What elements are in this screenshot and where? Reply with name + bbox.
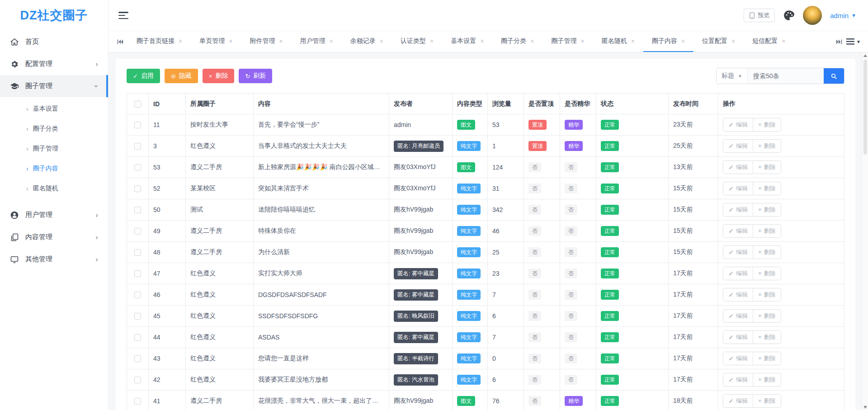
row-checkbox[interactable]	[134, 313, 141, 320]
tab-2[interactable]: 单页管理 ×	[191, 31, 241, 52]
scrollbar-thumb[interactable]	[863, 60, 867, 155]
delete-button[interactable]: ×删除	[753, 140, 781, 152]
row-checkbox[interactable]	[134, 398, 141, 405]
tab-4[interactable]: 用户管理 ×	[292, 31, 342, 52]
delete-button[interactable]: ×删除	[753, 182, 781, 195]
user-menu[interactable]: admin ▼	[830, 12, 856, 19]
enable-button[interactable]: ✓ 启用	[127, 69, 160, 83]
delete-button[interactable]: ×删除	[753, 225, 781, 237]
row-checkbox[interactable]	[134, 122, 141, 128]
row-checkbox[interactable]	[134, 164, 141, 171]
tab-9[interactable]: 圈子管理 ×	[543, 31, 593, 52]
close-icon[interactable]: ×	[179, 38, 182, 44]
delete-button[interactable]: ×删除	[753, 203, 781, 216]
close-icon[interactable]: ×	[681, 38, 685, 44]
tab-6[interactable]: 认证类型 ×	[392, 31, 442, 52]
edit-button[interactable]: 编辑	[723, 140, 753, 152]
edit-button[interactable]: 编辑	[723, 373, 753, 386]
delete-button[interactable]: ×删除	[753, 118, 781, 131]
sidebar-subitem[interactable]: › 匿名随机	[0, 179, 108, 198]
tab-13[interactable]: 短信配置 ×	[744, 31, 794, 52]
delete-button[interactable]: × 删除	[203, 69, 235, 83]
sidebar-subitem[interactable]: › 圈子分类	[0, 119, 108, 139]
sidebar-subitem[interactable]: › 圈子内容	[0, 159, 108, 179]
close-icon[interactable]: ×	[330, 38, 333, 44]
row-checkbox[interactable]	[134, 228, 141, 235]
row-checkbox[interactable]	[134, 292, 141, 298]
search-field-select[interactable]: 标题 ▼	[717, 68, 748, 84]
edit-button[interactable]: 编辑	[723, 288, 753, 301]
edit-button[interactable]: 编辑	[723, 246, 753, 259]
sidebar-item[interactable]: 首页	[0, 31, 108, 53]
delete-button[interactable]: ×删除	[753, 288, 781, 301]
refresh-button[interactable]: ↻ 刷新	[239, 69, 272, 83]
sidebar-item[interactable]: 用户管理 ›	[0, 204, 108, 226]
collapse-menu-icon[interactable]	[118, 12, 128, 19]
row-checkbox[interactable]	[134, 249, 141, 256]
row-checkbox[interactable]	[134, 270, 141, 277]
sidebar-subitem[interactable]: › 基本设置	[0, 99, 108, 119]
preview-button[interactable]: 预览	[744, 9, 775, 22]
row-checkbox[interactable]	[134, 355, 141, 362]
tab-list-menu-icon[interactable]: ▼	[846, 31, 861, 52]
scroll-tabs-left-icon[interactable]	[117, 31, 123, 52]
scroll-down-icon[interactable]	[863, 406, 867, 409]
close-icon[interactable]: ×	[380, 38, 383, 44]
delete-button[interactable]: ×删除	[753, 352, 781, 365]
search-input[interactable]	[748, 68, 824, 84]
row-checkbox[interactable]	[134, 143, 141, 150]
tab-7[interactable]: 基本设置 ×	[442, 31, 492, 52]
sidebar-item[interactable]: 配置管理 ›	[0, 53, 108, 75]
delete-button[interactable]: ×删除	[753, 246, 781, 259]
close-icon[interactable]: ×	[229, 38, 232, 44]
tab-1[interactable]: 圈子首页链接 ×	[128, 31, 191, 52]
row-checkbox[interactable]	[134, 207, 141, 213]
close-icon[interactable]: ×	[279, 38, 283, 44]
row-checkbox[interactable]	[134, 185, 141, 192]
delete-button[interactable]: ×删除	[753, 310, 781, 322]
edit-button[interactable]: 编辑	[723, 310, 753, 322]
avatar[interactable]	[803, 6, 822, 25]
scroll-tabs-right-icon[interactable]	[836, 31, 843, 52]
close-icon[interactable]: ×	[731, 38, 735, 44]
tab-3[interactable]: 附件管理 ×	[241, 31, 291, 52]
search-button[interactable]	[824, 68, 844, 84]
delete-button[interactable]: ×删除	[753, 331, 781, 344]
select-all-checkbox[interactable]	[134, 101, 141, 108]
delete-button[interactable]: ×删除	[753, 267, 781, 280]
delete-button[interactable]: ×删除	[753, 161, 781, 174]
delete-button[interactable]: ×删除	[753, 395, 781, 407]
edit-button[interactable]: 编辑	[723, 395, 753, 407]
close-icon[interactable]: ×	[480, 38, 484, 44]
close-icon[interactable]: ×	[530, 38, 534, 44]
hide-button[interactable]: ⊘ 隐藏	[165, 69, 198, 83]
sidebar-item[interactable]: 圈子管理 ›	[0, 75, 108, 97]
tab-8[interactable]: 圈子分类 ×	[492, 31, 542, 52]
row-checkbox[interactable]	[134, 334, 141, 341]
close-icon[interactable]: ×	[581, 38, 585, 44]
tab-10[interactable]: 匿名随机 ×	[593, 31, 643, 52]
close-icon[interactable]: ×	[430, 38, 434, 44]
sidebar-item[interactable]: 其他管理 ›	[0, 248, 108, 270]
edit-button[interactable]: 编辑	[723, 203, 753, 216]
edit-button[interactable]: 编辑	[723, 118, 753, 131]
edit-button[interactable]: 编辑	[723, 352, 753, 365]
delete-button[interactable]: ×删除	[753, 373, 781, 386]
theme-palette-icon[interactable]	[783, 9, 795, 21]
edit-button[interactable]: 编辑	[723, 161, 753, 174]
vertical-scrollbar[interactable]	[862, 53, 868, 410]
status-badge: 纯文字	[457, 353, 481, 363]
edit-button[interactable]: 编辑	[723, 331, 753, 344]
edit-button[interactable]: 编辑	[723, 182, 753, 195]
tab-12[interactable]: 位置配置 ×	[693, 31, 744, 52]
tab-11[interactable]: 圈子内容 ×	[643, 31, 693, 52]
scroll-up-icon[interactable]	[863, 54, 867, 57]
edit-button[interactable]: 编辑	[723, 267, 753, 280]
sidebar-item[interactable]: 内容管理 ›	[0, 226, 108, 248]
edit-button[interactable]: 编辑	[723, 225, 753, 237]
close-icon[interactable]: ×	[631, 38, 635, 44]
row-checkbox[interactable]	[134, 377, 141, 383]
tab-5[interactable]: 余额记录 ×	[342, 31, 392, 52]
close-icon[interactable]: ×	[782, 38, 785, 44]
sidebar-subitem[interactable]: › 圈子管理	[0, 139, 108, 159]
